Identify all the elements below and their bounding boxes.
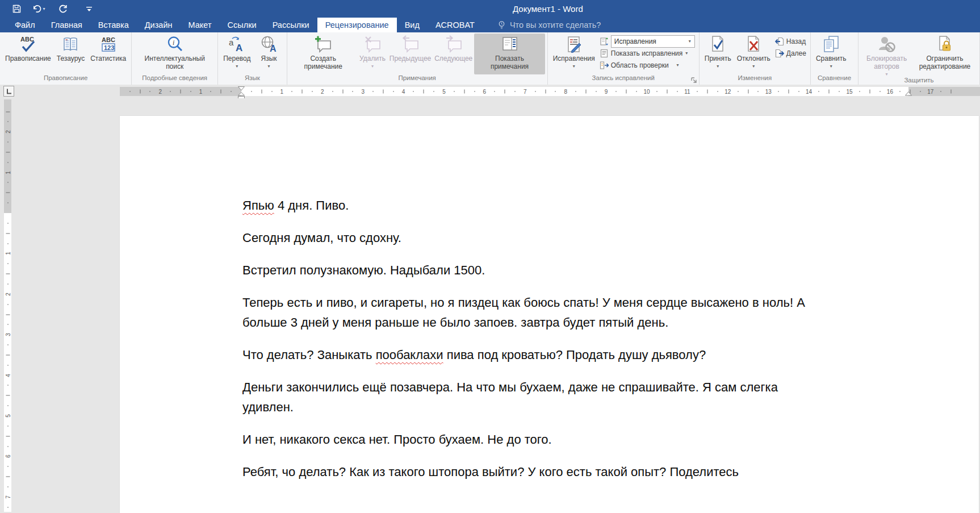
chevron-down-icon: ▾ [685,51,688,56]
save-icon [12,5,21,13]
group-label: Подробные сведения [133,74,216,85]
compare-button[interactable]: Сравнить ▾ [813,34,849,74]
svg-text:а: а [229,37,234,47]
redo-button[interactable] [56,0,70,18]
group-language: аA Перевод ▾ A Язык ▾ Язык [218,32,287,85]
ribbon: ABC Правописание Тезаурус ABC123 Статист… [0,32,980,85]
group-compare: Сравнить ▾ Сравнение [811,32,858,85]
customize-quick-access-button[interactable] [83,0,95,18]
horizontal-ruler[interactable]: 121234567891011121314151617 [120,87,980,96]
chevron-down-icon: ▾ [43,6,45,11]
markup-options-icon [600,37,609,46]
reject-button[interactable]: Отклонить ▾ [734,34,773,74]
smart-lookup-button[interactable]: i Интеллектуальный поиск [134,34,215,74]
chevron-down-icon: ▾ [677,62,679,68]
tab-review[interactable]: Рецензирование [317,18,397,32]
track-changes-icon [565,35,583,53]
accept-change-icon [709,35,727,53]
tab-insert[interactable]: Вставка [90,18,137,32]
button-label: Перевод [223,55,250,62]
thesaurus-button[interactable]: Тезаурус [54,34,87,74]
text-line: Япью 4 дня. Пиво. [242,195,907,215]
dialog-launcher-icon[interactable] [690,77,697,84]
right-indent-marker[interactable] [905,91,912,96]
document-content[interactable]: Япью 4 дня. Пиво.Сегодня думал, что сдох… [242,195,907,494]
restrict-editing-button[interactable]: Ограничить редактирование [912,34,977,77]
first-line-indent-marker[interactable] [238,86,245,91]
show-markup-button[interactable]: Показать исправления ▾ [598,47,697,59]
ruler-number: 2 [5,293,11,296]
next-change-icon [775,49,784,58]
language-button[interactable]: A Язык ▾ [254,34,284,74]
svg-text:i: i [173,39,174,47]
group-protect: Блокировать авторов ▾ Ограничить редакти… [858,32,980,85]
next-comment-button: Следующее [433,34,474,74]
text-segment: Деньги закончились ещё позавчера. На что… [242,380,778,394]
text-line: больше 3 дней у меня раньше не было запо… [242,312,907,332]
previous-change-button[interactable]: Назад [773,35,808,47]
ruler-number: 16 [887,89,893,95]
translate-icon: аA [228,35,246,53]
track-changes-button[interactable]: Исправления ▾ [550,34,598,74]
group-label: Язык [219,74,285,85]
spelling-grammar-button[interactable]: ABC Правописание [2,34,54,74]
button-label: Сравнить [816,55,846,62]
tab-view[interactable]: Вид [397,18,428,32]
spellcheck-icon: ABC [19,35,37,53]
group-proofing: ABC Правописание Тезаурус ABC123 Статист… [0,32,132,85]
show-comments-icon [501,35,519,53]
button-label: Блокировать авторов [864,55,910,70]
ruler-number: 4 [402,89,405,95]
word-count-icon: ABC123 [99,35,118,53]
document-page[interactable]: Япью 4 дня. Пиво.Сегодня думал, что сдох… [120,116,979,513]
ruler-number: 5 [442,89,446,95]
tab-mailings[interactable]: Рассылки [265,18,317,32]
new-comment-button[interactable]: Создать примечание [290,34,357,74]
tab-stop-selector[interactable] [3,86,14,97]
block-authors-button: Блокировать авторов ▾ [861,34,912,77]
group-insights: i Интеллектуальный поиск Подробные сведе… [132,32,218,85]
group-label: Правописание [1,74,130,85]
text-segment: 4 дня. Пиво. [274,198,349,212]
misspelled-word: Япью [242,198,274,212]
ruler-number: 17 [927,89,933,95]
display-for-review-combobox[interactable]: Исправления ▾ [611,35,695,48]
previous-change-icon [775,37,784,46]
ruler-number: 1 [199,89,203,95]
reviewing-pane-icon [600,61,609,70]
chevron-down-icon: ▾ [752,64,755,69]
ruler-text-area [4,213,11,512]
button-label: Отклонить [737,55,770,62]
paragraph: Что делать? Заныкать пообаклахи пива под… [242,345,907,365]
ribbon-tabs: Файл Главная Вставка Дизайн Макет Ссылки… [0,18,980,32]
next-change-button[interactable]: Далее [773,47,808,59]
tab-file[interactable]: Файл [7,18,43,32]
ruler-number: 4 [5,374,11,377]
tab-layout[interactable]: Макет [181,18,220,32]
tab-stop-left-icon [5,87,12,95]
ruler-number: 11 [684,89,690,95]
smart-lookup-icon: i [166,35,184,53]
text-segment: удивлен. [242,400,294,414]
ruler-number: 1 [5,252,11,256]
show-comments-button[interactable]: Показать примечания [474,34,545,74]
accept-button[interactable]: Принять ▾ [702,34,734,74]
paragraph: Сегодня думал, что сдохну. [242,228,907,248]
vertical-ruler[interactable]: 121234567 [4,99,11,512]
svg-text:ABC: ABC [20,36,34,43]
reviewing-pane-button[interactable]: Область проверки ▾ [598,59,697,71]
misspelled-word: пообаклахи [376,348,443,362]
button-label: Предыдущее [390,55,431,62]
tab-references[interactable]: Ссылки [220,18,265,32]
save-button[interactable] [9,0,24,18]
tab-home[interactable]: Главная [43,18,90,32]
paragraph: Япью 4 дня. Пиво. [242,195,907,215]
undo-button[interactable]: ▾ [30,0,48,18]
tracking-mode-row: Исправления ▾ [598,35,697,47]
tab-acrobat[interactable]: ACROBAT [428,18,483,32]
tab-design[interactable]: Дизайн [137,18,181,32]
tell-me-box[interactable]: Что вы хотите сделать? [497,18,601,32]
group-label: Изменения [701,74,809,85]
translate-button[interactable]: аA Перевод ▾ [220,34,253,74]
word-count-button[interactable]: ABC123 Статистика [87,34,129,74]
